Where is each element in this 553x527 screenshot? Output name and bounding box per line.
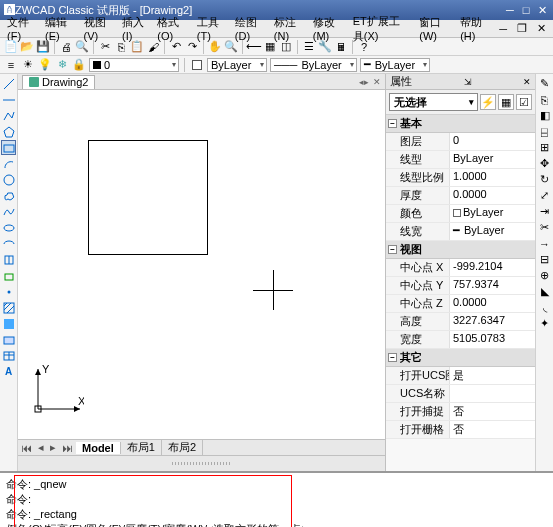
prop-linetype[interactable]: ByLayer: [450, 151, 535, 168]
move-icon[interactable]: ✥: [537, 156, 552, 171]
panel-pin-icon[interactable]: ⇲: [464, 77, 472, 87]
region-icon[interactable]: [1, 332, 16, 347]
scale-icon[interactable]: ⤢: [537, 188, 552, 203]
explode-icon[interactable]: ✦: [537, 316, 552, 331]
tab-next-icon[interactable]: ▸: [47, 441, 59, 454]
prop-cz[interactable]: 0.0000: [450, 295, 535, 312]
chamfer-icon[interactable]: ◣: [537, 284, 552, 299]
stretch-icon[interactable]: ⇥: [537, 204, 552, 219]
prop-cx[interactable]: -999.2104: [450, 259, 535, 276]
trim-icon[interactable]: ✂: [537, 220, 552, 235]
select-objects-icon[interactable]: ▦: [498, 94, 514, 110]
minimize-button[interactable]: ─: [503, 4, 517, 16]
panel-close-icon[interactable]: ✕: [523, 77, 531, 87]
splitter-bar[interactable]: [18, 455, 385, 471]
prop-width[interactable]: 5105.0783: [450, 331, 535, 348]
zoom-icon[interactable]: 🔍: [224, 40, 238, 54]
doc-minimize-icon[interactable]: ─: [496, 23, 510, 35]
prop-cy[interactable]: 757.9374: [450, 277, 535, 294]
tab-layout1[interactable]: 布局1: [121, 440, 162, 455]
linetype-dropdown[interactable]: ───ByLayer: [270, 58, 357, 72]
menu-help[interactable]: 帮助(H): [457, 15, 492, 42]
selection-dropdown[interactable]: 无选择: [389, 93, 478, 111]
print-icon[interactable]: 🖨: [59, 40, 73, 54]
color-dropdown[interactable]: ByLayer: [207, 58, 267, 72]
menu-file[interactable]: 文件(F): [4, 15, 38, 42]
prop-color[interactable]: ByLayer: [450, 205, 535, 222]
circle-icon[interactable]: [1, 172, 16, 187]
menu-insert[interactable]: 插入(I): [119, 15, 150, 42]
tab-prev-icon[interactable]: ◂: [35, 441, 47, 454]
prop-snap[interactable]: 否: [450, 403, 535, 420]
menu-window[interactable]: 窗口(W): [416, 15, 453, 42]
help-icon[interactable]: ?: [357, 40, 371, 54]
color-icon[interactable]: [190, 58, 204, 72]
tab-last-icon[interactable]: ⏭: [59, 442, 76, 454]
mtext-icon[interactable]: A: [1, 364, 16, 379]
tab-first-icon[interactable]: ⏮: [18, 442, 35, 454]
group-other[interactable]: −其它: [386, 349, 535, 367]
new-icon[interactable]: 📄: [4, 40, 18, 54]
menu-dim[interactable]: 标注(N): [271, 15, 306, 42]
copy-icon[interactable]: ⎘: [114, 40, 128, 54]
mirror-icon[interactable]: ◧: [537, 108, 552, 123]
menu-edit[interactable]: 编辑(E): [42, 15, 77, 42]
menu-view[interactable]: 视图(V): [81, 15, 116, 42]
point-icon[interactable]: [1, 284, 16, 299]
arc-icon[interactable]: [1, 156, 16, 171]
pline-icon[interactable]: [1, 108, 16, 123]
bulb-icon[interactable]: 💡: [38, 58, 52, 72]
prop-ltscale[interactable]: 1.0000: [450, 169, 535, 186]
prop-height[interactable]: 3227.6347: [450, 313, 535, 330]
join-icon[interactable]: ⊕: [537, 268, 552, 283]
prop-ucsicon[interactable]: 是: [450, 367, 535, 384]
revcloud-icon[interactable]: [1, 188, 16, 203]
tab-model[interactable]: Model: [76, 442, 121, 454]
redo-icon[interactable]: ↷: [185, 40, 199, 54]
close-button[interactable]: ✕: [535, 4, 549, 16]
paste-icon[interactable]: 📋: [130, 40, 144, 54]
command-history[interactable]: 命令: _qnew 命令: 命令: _rectang 倒角(C)/标高(E)/圆…: [0, 473, 553, 527]
xline-icon[interactable]: [1, 92, 16, 107]
prop-icon[interactable]: ☰: [302, 40, 316, 54]
pan-icon[interactable]: ✋: [208, 40, 222, 54]
tab-layout2[interactable]: 布局2: [162, 440, 203, 455]
menu-tools[interactable]: 工具(T): [194, 15, 228, 42]
prop-layer[interactable]: 0: [450, 133, 535, 150]
offset-icon[interactable]: ⌸: [537, 124, 552, 139]
menu-draw[interactable]: 绘图(D): [232, 15, 267, 42]
tool-icon[interactable]: 🔧: [318, 40, 332, 54]
array-icon[interactable]: ⊞: [537, 140, 552, 155]
dim-icon[interactable]: ⟵: [247, 40, 261, 54]
line-icon[interactable]: [1, 76, 16, 91]
rotate-icon[interactable]: ↻: [537, 172, 552, 187]
ellipse-icon[interactable]: [1, 220, 16, 235]
spline-icon[interactable]: [1, 204, 16, 219]
maximize-button[interactable]: □: [519, 4, 533, 16]
doc-tab-drawing2[interactable]: Drawing2: [22, 75, 95, 89]
insert-icon[interactable]: [1, 252, 16, 267]
hatch-icon[interactable]: [1, 300, 16, 315]
table-icon[interactable]: ▦: [263, 40, 277, 54]
extend-icon[interactable]: →: [537, 236, 552, 251]
quick-select-icon[interactable]: ⚡: [480, 94, 496, 110]
preview-icon[interactable]: 🔍: [75, 40, 89, 54]
tab-close-icon[interactable]: ✕: [373, 77, 381, 87]
prop-thickness[interactable]: 0.0000: [450, 187, 535, 204]
layer-state-icon[interactable]: ☀: [21, 58, 35, 72]
ellipsearc-icon[interactable]: [1, 236, 16, 251]
drawing-canvas[interactable]: XY: [18, 90, 385, 439]
doc-restore-icon[interactable]: ❐: [514, 22, 530, 35]
pickadd-icon[interactable]: ☑: [516, 94, 532, 110]
fillet-icon[interactable]: ◟: [537, 300, 552, 315]
match-icon[interactable]: 🖌: [146, 40, 160, 54]
table-icon[interactable]: [1, 348, 16, 363]
erase-icon[interactable]: ✎: [537, 76, 552, 91]
break-icon[interactable]: ⊟: [537, 252, 552, 267]
layer-mgr-icon[interactable]: ≡: [4, 58, 18, 72]
layer-dropdown[interactable]: 0: [89, 58, 179, 72]
tab-nav-right-icon[interactable]: ▸: [364, 77, 369, 87]
calc-icon[interactable]: 🖩: [334, 40, 348, 54]
block-icon[interactable]: ◫: [279, 40, 293, 54]
prop-ucsname[interactable]: [450, 385, 535, 402]
